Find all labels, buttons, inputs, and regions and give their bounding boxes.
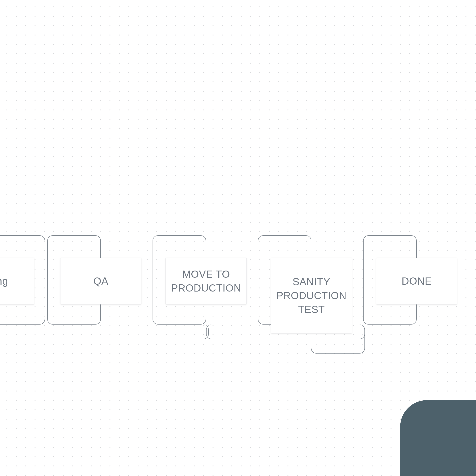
stage-label: QA xyxy=(93,274,108,288)
stage-card-qa[interactable]: QA xyxy=(60,258,141,305)
stage-card-done[interactable]: DONE xyxy=(376,258,457,305)
stage-card-sanity[interactable]: SANITY PRODUCTION TEST xyxy=(271,258,352,333)
stage-label: SANITY PRODUCTION TEST xyxy=(276,275,346,316)
workflow-canvas[interactable]: ge ing QA MOVE TO PRODUCTION SANITY PROD… xyxy=(0,0,476,476)
stage-card-move-prod[interactable]: MOVE TO PRODUCTION xyxy=(166,258,247,305)
stage-card-partial[interactable]: ge ing xyxy=(0,258,34,305)
corner-decoration xyxy=(400,400,476,476)
stage-label: MOVE TO PRODUCTION xyxy=(171,267,241,295)
stage-label: DONE xyxy=(402,274,432,288)
stage-label: ge ing xyxy=(0,274,8,288)
workflow-connector-lower-left xyxy=(0,324,209,339)
